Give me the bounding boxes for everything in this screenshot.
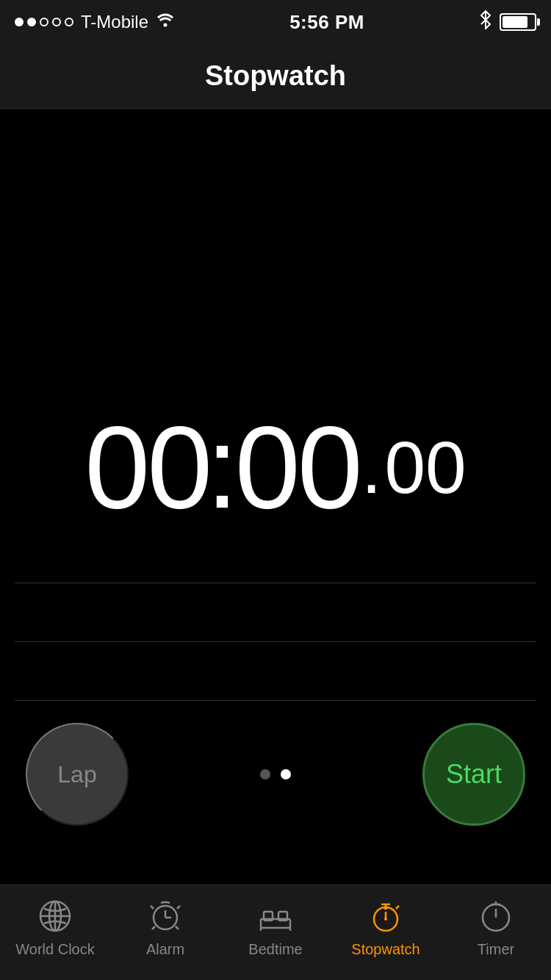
decimal-separator: . bbox=[361, 430, 382, 504]
svg-point-0 bbox=[164, 24, 168, 27]
colon-separator: : bbox=[206, 408, 238, 526]
page-title: Stopwatch bbox=[205, 60, 346, 92]
svg-point-17 bbox=[384, 918, 387, 920]
signal-dot-5 bbox=[65, 18, 73, 26]
world-clock-icon bbox=[36, 897, 74, 935]
timer-icon bbox=[477, 897, 515, 935]
bluetooth-icon bbox=[479, 10, 492, 34]
tab-timer[interactable]: Timer bbox=[444, 897, 547, 958]
wifi-icon bbox=[156, 12, 175, 32]
bedtime-icon bbox=[256, 897, 295, 935]
start-button[interactable]: Start bbox=[422, 723, 525, 826]
status-right bbox=[479, 10, 536, 34]
page-indicator-1 bbox=[260, 769, 270, 779]
stopwatch-controls: Lap Start bbox=[26, 723, 525, 826]
battery-fill bbox=[503, 16, 527, 28]
signal-dot-2 bbox=[27, 18, 36, 26]
tab-stopwatch[interactable]: Stopwatch bbox=[334, 897, 437, 958]
world-clock-label: World Clock bbox=[15, 941, 94, 958]
tab-alarm[interactable]: Alarm bbox=[114, 897, 217, 958]
navigation-bar: Stopwatch bbox=[0, 44, 551, 109]
stopwatch-icon bbox=[367, 897, 405, 935]
start-label: Start bbox=[446, 759, 502, 790]
status-bar: T-Mobile 5:56 PM bbox=[0, 0, 551, 44]
page-indicator-2 bbox=[281, 769, 291, 779]
status-time: 5:56 PM bbox=[289, 11, 364, 34]
bedtime-label: Bedtime bbox=[248, 941, 302, 958]
signal-dot-3 bbox=[40, 18, 48, 26]
page-indicators bbox=[260, 769, 291, 779]
tab-bar: World Clock Alarm bbox=[0, 884, 551, 980]
tab-bedtime[interactable]: Bedtime bbox=[224, 897, 327, 958]
tab-world-clock[interactable]: World Clock bbox=[4, 897, 107, 958]
lap-row-1 bbox=[15, 583, 536, 642]
signal-dots bbox=[15, 18, 73, 26]
lap-label: Lap bbox=[57, 761, 96, 788]
lap-row-2 bbox=[15, 642, 536, 701]
centiseconds-display: 00 bbox=[384, 430, 466, 504]
minutes-display: 00 bbox=[84, 408, 209, 526]
battery-indicator bbox=[500, 13, 536, 31]
carrier-name: T-Mobile bbox=[81, 12, 148, 32]
seconds-display: 00 bbox=[235, 408, 360, 526]
alarm-label: Alarm bbox=[146, 941, 184, 958]
signal-dot-4 bbox=[52, 18, 61, 26]
lap-button[interactable]: Lap bbox=[26, 723, 129, 826]
stopwatch-display: 00 : 00 . 00 bbox=[84, 408, 466, 526]
svg-line-18 bbox=[396, 906, 399, 909]
main-content: 00 : 00 . 00 Lap Start bbox=[0, 109, 551, 884]
stopwatch-tab-label: Stopwatch bbox=[351, 941, 419, 958]
alarm-icon bbox=[146, 897, 184, 935]
signal-dot-1 bbox=[15, 18, 24, 26]
lap-list bbox=[0, 583, 551, 701]
timer-label: Timer bbox=[478, 941, 514, 958]
svg-point-19 bbox=[384, 907, 388, 910]
status-left: T-Mobile bbox=[15, 12, 175, 32]
